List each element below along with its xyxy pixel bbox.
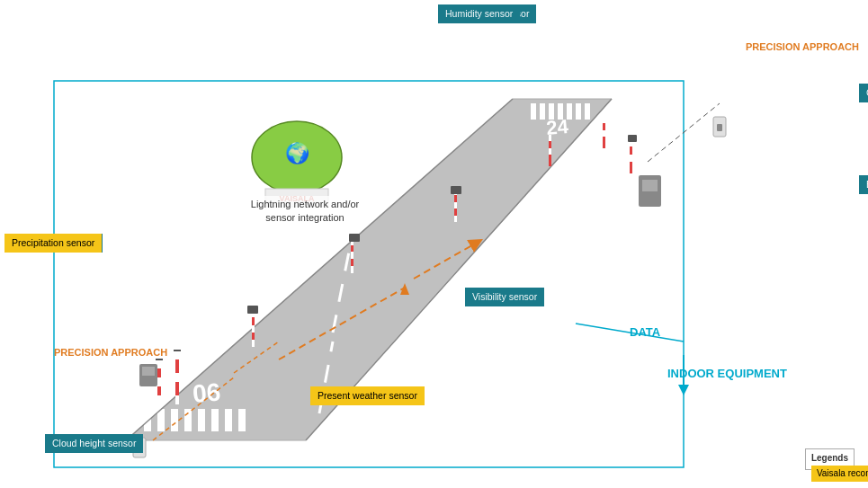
legend-title: Legends <box>811 453 848 463</box>
svg-rect-65 <box>451 186 461 194</box>
svg-rect-34 <box>157 359 161 368</box>
svg-rect-55 <box>549 148 551 155</box>
svg-rect-18 <box>576 103 581 120</box>
svg-rect-58 <box>603 130 605 137</box>
data-label: DATA <box>630 325 660 339</box>
svg-rect-11 <box>238 409 246 431</box>
svg-rect-36 <box>157 395 161 404</box>
precision-approach-right: PRECISION APPROACH <box>746 40 859 53</box>
svg-rect-19 <box>585 103 590 120</box>
svg-rect-10 <box>225 409 232 431</box>
label-precipitation-sensor: Precipitation sensor <box>4 234 102 253</box>
svg-rect-48 <box>351 266 353 273</box>
svg-text:06: 06 <box>192 377 222 408</box>
svg-rect-64 <box>349 234 360 242</box>
precision-approach-left: PRECISION APPROACH <box>54 346 167 359</box>
svg-rect-52 <box>454 216 457 222</box>
legend-box: Legends ICAO requirement Vaisala recomme… <box>805 448 855 470</box>
svg-rect-14 <box>540 103 545 120</box>
svg-rect-9 <box>211 409 219 431</box>
svg-rect-80 <box>630 155 632 162</box>
svg-rect-8 <box>198 409 205 431</box>
svg-rect-57 <box>603 117 605 123</box>
svg-rect-44 <box>252 340 255 347</box>
svg-rect-35 <box>157 377 161 386</box>
label-background-luminance-right: Background luminance <box>859 175 868 194</box>
legend-vaisala: Vaisala recommendation <box>811 466 868 482</box>
svg-rect-4 <box>144 409 151 431</box>
svg-rect-47 <box>351 252 353 259</box>
svg-rect-63 <box>247 306 258 314</box>
svg-rect-13 <box>531 103 536 120</box>
indoor-equipment-label: INDOOR EQUIPMENT <box>667 367 787 382</box>
svg-rect-38 <box>175 350 179 359</box>
svg-rect-69 <box>717 124 722 131</box>
svg-rect-40 <box>175 395 179 404</box>
svg-rect-71 <box>142 367 155 376</box>
label-humidity-sensor-top: Humidity sensor <box>438 4 520 23</box>
svg-marker-30 <box>678 385 689 395</box>
svg-rect-17 <box>567 103 572 120</box>
svg-rect-51 <box>454 202 457 209</box>
svg-rect-81 <box>628 135 637 142</box>
svg-rect-77 <box>642 180 658 191</box>
svg-text:🌍: 🌍 <box>285 141 310 165</box>
svg-rect-43 <box>252 325 255 333</box>
svg-rect-6 <box>171 409 178 431</box>
svg-rect-39 <box>175 373 179 382</box>
label-present-weather-sensor: Present weather sensor <box>310 386 425 405</box>
lightning-network-label: Lightning network and/or sensor integrat… <box>246 196 363 227</box>
svg-rect-54 <box>549 135 551 141</box>
diagram-container: 06 24 <box>0 0 868 488</box>
